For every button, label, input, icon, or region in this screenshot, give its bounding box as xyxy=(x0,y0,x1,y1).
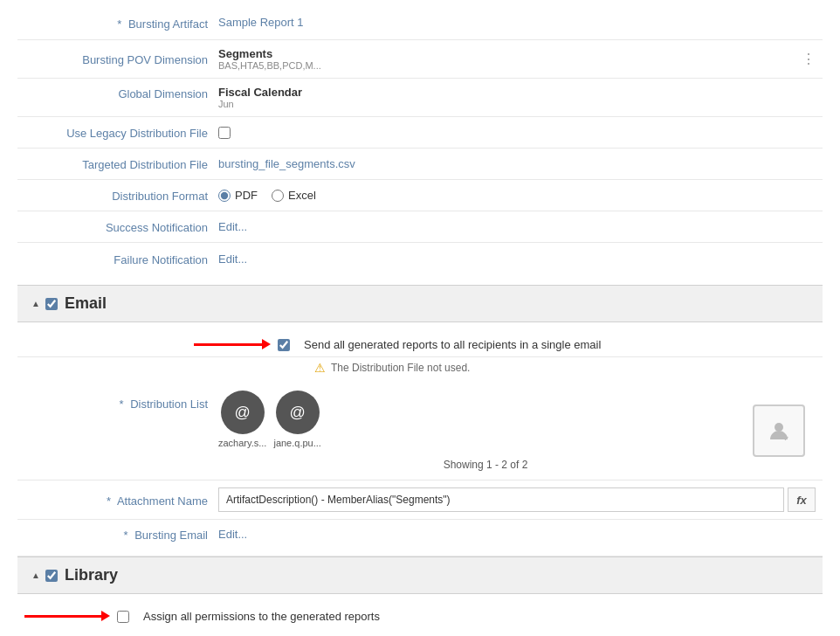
success-notification-label: Success Notification xyxy=(17,219,218,234)
bursting-email-required-star: * xyxy=(124,529,128,542)
targeted-distribution-value: bursting_file_segments.csv xyxy=(218,157,823,170)
svg-point-0 xyxy=(775,423,783,432)
bursting-email-link[interactable]: Edit... xyxy=(218,528,247,541)
bursting-artifact-link[interactable]: Sample Report 1 xyxy=(218,16,304,29)
assign-permissions-label: Assign all permissions to the generated … xyxy=(143,610,380,623)
required-star: * xyxy=(117,17,121,31)
attachment-name-label: * Attachment Name xyxy=(17,493,218,508)
distribution-format-row: Distribution Format PDF Excel xyxy=(17,180,823,211)
bursting-pov-value: Segments BAS,HTA5,BB,PCD,M... xyxy=(218,47,795,71)
success-notification-link[interactable]: Edit... xyxy=(218,220,247,233)
email-collapse-arrow[interactable]: ▲ xyxy=(31,299,40,308)
bursting-email-label: * Bursting Email xyxy=(17,527,218,542)
add-user-icon: + xyxy=(767,418,791,443)
global-dimension-row: Global Dimension Fiscal Calendar Jun xyxy=(17,79,823,117)
email-section-body: Send all generated reports to all recipi… xyxy=(17,322,823,556)
library-section-checkbox[interactable] xyxy=(45,570,58,582)
pov-menu-dots[interactable]: ⋮ xyxy=(795,51,823,67)
distribution-format-label: Distribution Format xyxy=(17,188,218,203)
radio-excel[interactable]: Excel xyxy=(272,189,316,202)
fx-button[interactable]: fx xyxy=(788,487,816,512)
email-section-title: Email xyxy=(65,294,107,313)
bursting-pov-label: Bursting POV Dimension xyxy=(17,52,218,66)
send-all-arrow-spacer xyxy=(17,343,271,346)
distribution-format-value: PDF Excel xyxy=(218,189,823,202)
global-dimension-label: Global Dimension xyxy=(17,86,218,100)
email-section-header: ▲ Email xyxy=(17,285,823,322)
user-avatar-2: @ xyxy=(276,391,320,434)
add-user-button[interactable]: + xyxy=(753,404,805,457)
distribution-list-row: * Distribution List @ zachary.s... @ jan… xyxy=(17,382,823,480)
library-section-header: ▲ Library xyxy=(17,556,823,594)
distribution-format-radio-group: PDF Excel xyxy=(218,189,316,202)
targeted-distribution-row: Targeted Distribution File bursting_file… xyxy=(17,149,823,180)
use-legacy-value xyxy=(218,127,823,139)
distribution-list-value: @ zachary.s... @ jane.q.pu... Showing 1 … xyxy=(218,391,753,471)
use-legacy-row: Use Legacy Distribution File xyxy=(17,117,823,149)
user-chip-1[interactable]: @ zachary.s... xyxy=(218,391,266,448)
success-notification-value: Edit... xyxy=(218,220,823,233)
failure-notification-row: Failure Notification Edit... xyxy=(17,243,823,274)
showing-text: Showing 1 - 2 of 2 xyxy=(218,455,753,471)
form-container: * Bursting Artifact Sample Report 1 Burs… xyxy=(0,0,840,636)
bursting-pov-row: Bursting POV Dimension Segments BAS,HTA5… xyxy=(17,40,823,79)
targeted-distribution-link[interactable]: bursting_file_segments.csv xyxy=(218,157,355,170)
bursting-artifact-row: * Bursting Artifact Sample Report 1 xyxy=(17,9,823,40)
user-name-2: jane.q.pu... xyxy=(273,438,320,448)
attachment-name-row: * Attachment Name fx xyxy=(17,480,823,520)
fx-icon: fx xyxy=(796,494,807,507)
targeted-distribution-label: Targeted Distribution File xyxy=(17,156,218,171)
library-section-body: Assign all permissions to the generated … xyxy=(17,594,823,636)
radio-pdf[interactable]: PDF xyxy=(218,189,258,202)
assign-arrow-area xyxy=(17,615,103,618)
library-section-title: Library xyxy=(65,566,118,584)
radio-pdf-input[interactable] xyxy=(218,190,231,202)
warning-text: The Distribution File not used. xyxy=(331,362,470,374)
failure-notification-value: Edit... xyxy=(218,252,823,266)
svg-text:+: + xyxy=(782,432,788,443)
email-section-checkbox[interactable] xyxy=(45,298,58,310)
radio-excel-label: Excel xyxy=(288,189,316,202)
bursting-email-value: Edit... xyxy=(218,528,823,541)
send-all-row: Send all generated reports to all recipi… xyxy=(17,329,823,357)
user-chip-2[interactable]: @ jane.q.pu... xyxy=(273,391,320,448)
global-dimension-value: Fiscal Calendar Jun xyxy=(218,86,823,109)
library-collapse-arrow[interactable]: ▲ xyxy=(31,570,40,580)
dist-list-required-star: * xyxy=(119,398,123,411)
send-all-checkbox[interactable] xyxy=(278,339,290,351)
bursting-artifact-label: * Bursting Artifact xyxy=(17,16,218,31)
failure-notification-link[interactable]: Edit... xyxy=(218,252,247,266)
attachment-name-input[interactable] xyxy=(218,487,784,512)
use-legacy-label: Use Legacy Distribution File xyxy=(17,125,218,140)
radio-excel-input[interactable] xyxy=(272,190,284,202)
success-notification-row: Success Notification Edit... xyxy=(17,211,823,243)
assign-permissions-checkbox[interactable] xyxy=(117,611,129,623)
warning-icon: ⚠ xyxy=(314,361,326,375)
warning-row: ⚠ The Distribution File not used. xyxy=(314,357,823,382)
use-legacy-checkbox[interactable] xyxy=(218,127,231,139)
send-all-label: Send all generated reports to all recipi… xyxy=(304,338,601,351)
user-avatar-1: @ xyxy=(221,391,265,434)
failure-notification-label: Failure Notification xyxy=(17,252,218,266)
bursting-artifact-value: Sample Report 1 xyxy=(218,16,823,29)
attachment-required-star: * xyxy=(107,494,111,508)
bursting-email-row: * Bursting Email Edit... xyxy=(17,520,823,549)
radio-pdf-label: PDF xyxy=(235,189,258,202)
assign-permissions-row: Assign all permissions to the generated … xyxy=(17,601,823,632)
user-name-1: zachary.s... xyxy=(218,438,266,448)
distribution-list-label: * Distribution List xyxy=(17,391,218,411)
